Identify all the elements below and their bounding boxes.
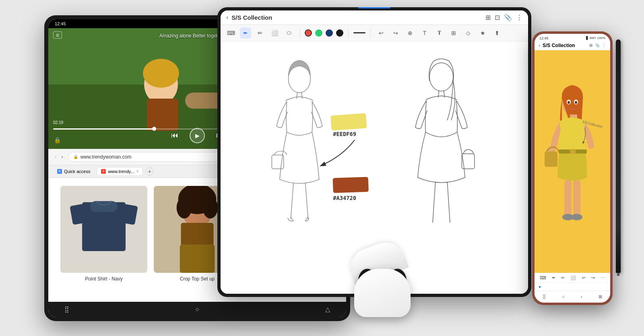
google-favicon: G [57, 169, 62, 174]
eraser-tool[interactable]: ⬜ [269, 27, 280, 39]
phone-bottom-nav: ⣿ ○ ‹ ⊞ [535, 291, 610, 303]
product-image-1 [60, 186, 147, 273]
attach-icon[interactable]: 📎 [504, 14, 512, 21]
video-controls: ⏮ ▶ ⏭ [171, 128, 223, 143]
phone-wifi-icon: WiFi [590, 36, 596, 40]
color-red[interactable] [305, 29, 312, 37]
phone-back-button[interactable]: ‹ [539, 43, 540, 48]
import-tool[interactable]: ⬆ [491, 27, 503, 39]
phone-pencil-tool[interactable]: ✏ [561, 275, 565, 280]
svg-rect-57 [545, 151, 557, 167]
smartphone: 12:45 ▊ WiFi 100% ‹ S/S Collection ⊞ 📎 ⋮ [532, 31, 613, 305]
back-button[interactable]: ‹ [53, 153, 58, 161]
svg-rect-21 [181, 223, 214, 247]
top-accent-line [358, 7, 390, 8]
nav-arrows: ‹ › [53, 153, 65, 161]
phone-battery: 100% [597, 36, 605, 40]
notes-back-button[interactable]: ‹ [226, 14, 228, 21]
play-button[interactable]: ▶ [190, 128, 205, 143]
tablet-bottom-nav: ⣿ ○ △ [48, 302, 346, 317]
new-tab-button[interactable]: + [145, 167, 153, 175]
pen-tool[interactable]: ✒ [240, 27, 251, 39]
url-text: www.trendywoman.com [80, 154, 132, 160]
phone-pen-indicator: ● [535, 282, 610, 291]
phone-eraser-tool[interactable]: ⬜ [570, 275, 576, 280]
phone-notes-title: S/S Collection [543, 43, 587, 48]
tab-close-button[interactable]: × [136, 169, 139, 173]
line-thickness[interactable] [353, 32, 365, 33]
svg-point-61 [571, 214, 582, 220]
lock-icon[interactable]: 🔒 [54, 137, 61, 143]
pen-active-dot: ● [539, 284, 541, 289]
toolbar-divider-3 [370, 28, 371, 38]
phone-pen-tool[interactable]: ✒ [552, 275, 555, 280]
tablet-time: 12:45 [55, 21, 66, 26]
phone-attach-icon[interactable]: 📎 [595, 43, 600, 47]
phone-apps-icon[interactable]: ⊞ [599, 294, 602, 299]
undo-tool[interactable]: ↩ [376, 27, 387, 39]
color-black[interactable] [336, 29, 343, 37]
phone-signal-icon: ▊ [586, 36, 588, 40]
recent-apps-icon[interactable]: ⣿ [64, 305, 69, 313]
back-button-nav[interactable]: △ [325, 305, 330, 313]
svg-rect-22 [180, 244, 215, 272]
notes-toolbar: ‹ S/S Collection ⊞ ⊡ 📎 ⋮ [221, 10, 528, 25]
svg-text:#A34720: #A34720 [333, 194, 356, 201]
notes-title: S/S Collection [231, 14, 482, 21]
phone-more-icon[interactable]: ⋮ [602, 43, 606, 47]
phone-home-icon[interactable]: ○ [562, 294, 565, 299]
sticker-tool[interactable]: ★ [477, 27, 488, 39]
color-green[interactable] [315, 29, 322, 37]
tab-quick-access[interactable]: G Quick access [53, 167, 94, 175]
tab-trendy[interactable]: t www.trendy... × [97, 167, 143, 176]
tab-quick-access-label: Quick access [64, 169, 90, 174]
view-mode-icon[interactable]: ⊞ [485, 14, 491, 21]
toolbar-divider-2 [348, 28, 349, 38]
color-navy[interactable] [326, 29, 333, 37]
svg-text:#EEDF69: #EEDF69 [333, 131, 356, 137]
phone-more-tool[interactable]: ⋯ [601, 275, 605, 280]
phone-status-bar: 12:45 ▊ WiFi 100% [535, 34, 610, 41]
phone-recent-icon[interactable]: ⣿ [543, 294, 546, 299]
grid-icon[interactable]: ⊡ [495, 14, 500, 21]
forward-button[interactable]: › [60, 153, 64, 161]
phone-screen: 12:45 ▊ WiFi 100% ‹ S/S Collection ⊞ 📎 ⋮ [535, 34, 610, 303]
notes-top-icons: ⊞ ⊡ 📎 ⋮ [485, 14, 522, 21]
text-tool[interactable]: T [419, 27, 430, 39]
phone-canvas: S/S Collection [535, 50, 610, 273]
tab-trendy-label: www.trendy... [108, 169, 134, 174]
phone-redo-tool[interactable]: ↪ [591, 275, 595, 280]
pencil-tool[interactable]: ✏ [254, 27, 266, 39]
scene: 12:45 📶 🔋 [20, 7, 624, 329]
table-tool[interactable]: ⊞ [448, 27, 459, 39]
earbuds-case [350, 245, 415, 317]
svg-rect-13 [90, 201, 118, 212]
phone-fashion-svg: S/S Collection [535, 50, 610, 273]
home-button[interactable]: ○ [195, 306, 199, 313]
progress-thumb [152, 127, 156, 131]
redo-tool[interactable]: ↪ [390, 27, 401, 39]
keyboard-tool[interactable]: ⌨ [225, 27, 237, 39]
svg-point-52 [575, 101, 577, 104]
phone-notes-header: ‹ S/S Collection ⊞ 📎 ⋮ [535, 41, 610, 50]
toolbar-divider-1 [299, 28, 300, 38]
phone-keyboard-tool[interactable]: ⌨ [540, 275, 546, 280]
video-progress-fill [53, 128, 154, 130]
transform-tool[interactable]: ⊕ [405, 27, 416, 39]
phone-undo-tool[interactable]: ↩ [582, 275, 586, 280]
product-name-1: Point Shirt - Navy [60, 276, 147, 282]
shape-tool[interactable]: ◇ [462, 27, 474, 39]
product-card-1: Point Shirt - Navy [60, 186, 147, 282]
svg-rect-58 [564, 180, 572, 216]
phone-back-nav[interactable]: ‹ [581, 294, 582, 299]
phone-drawing-toolbar: ⌨ ✒ ✏ ⬜ ↩ ↪ ⋯ [535, 273, 610, 282]
video-time-elapsed: 02:19 [53, 120, 63, 125]
subtitle-icon[interactable]: ▤ [53, 31, 62, 39]
stylus [616, 39, 621, 273]
more-options-icon[interactable]: ⋮ [516, 14, 522, 21]
skip-back-button[interactable]: ⏮ [171, 131, 178, 140]
font-tool[interactable]: 𝐓 [433, 27, 445, 39]
drawing-toolbar: ⌨ ✒ ✏ ⬜ ⬭ ↩ ↪ ⊕ T 𝐓 ⊞ ◇ ★ [221, 25, 528, 41]
lasso-tool[interactable]: ⬭ [283, 27, 295, 39]
phone-view-icon[interactable]: ⊞ [589, 43, 592, 47]
